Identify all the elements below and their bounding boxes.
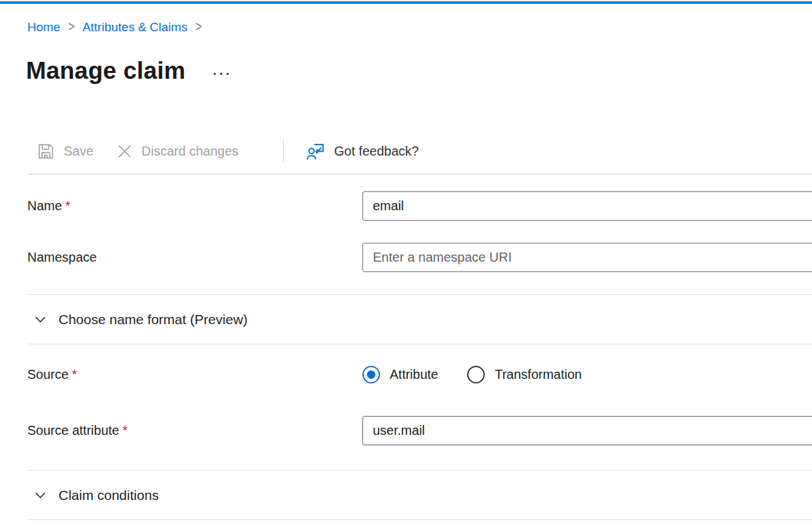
required-asterisk: * bbox=[65, 199, 70, 213]
save-button[interactable]: Save bbox=[36, 142, 94, 161]
person-feedback-icon bbox=[306, 141, 326, 161]
radio-option-transformation[interactable]: Transformation bbox=[467, 366, 582, 383]
page-title: Manage claim bbox=[26, 57, 185, 85]
breadcrumb: Home > Attributes & Claims > bbox=[27, 18, 812, 36]
name-field-col bbox=[362, 191, 812, 221]
namespace-label: Namespace bbox=[27, 250, 362, 265]
namespace-input[interactable] bbox=[362, 243, 812, 272]
radio-selected-icon bbox=[362, 366, 380, 383]
radio-dot bbox=[367, 370, 375, 379]
dismiss-icon bbox=[116, 143, 133, 160]
claim-conditions-section-header[interactable]: Claim conditions bbox=[27, 471, 812, 519]
radio-option-attribute[interactable]: Attribute bbox=[362, 366, 438, 383]
save-label: Save bbox=[64, 144, 94, 159]
required-asterisk: * bbox=[122, 423, 128, 437]
discard-changes-button[interactable]: Discard changes bbox=[116, 143, 239, 160]
got-feedback-button[interactable]: Got feedback? bbox=[306, 141, 419, 161]
source-radio-group: Attribute Transformation bbox=[362, 366, 812, 383]
source-field-col: Attribute Transformation bbox=[362, 366, 812, 383]
title-row: Manage claim ··· bbox=[26, 55, 812, 87]
source-attribute-field-col bbox=[362, 416, 812, 445]
got-feedback-label: Got feedback? bbox=[334, 144, 419, 159]
discard-changes-label: Discard changes bbox=[142, 144, 239, 159]
choose-name-format-section-header[interactable]: Choose name format (Preview) bbox=[27, 295, 812, 344]
chevron-down-icon bbox=[33, 312, 47, 327]
name-field-row: Name* bbox=[27, 191, 812, 221]
section-divider bbox=[27, 519, 812, 520]
section-divider bbox=[27, 344, 812, 344]
name-label-text: Name bbox=[27, 199, 62, 213]
chevron-down-icon bbox=[33, 488, 47, 503]
toolbar-separator bbox=[283, 140, 284, 162]
name-input[interactable] bbox=[362, 191, 812, 221]
breadcrumb-link-attributes-claims[interactable]: Attributes & Claims bbox=[83, 18, 188, 36]
required-asterisk: * bbox=[72, 367, 77, 381]
claim-conditions-label: Claim conditions bbox=[59, 488, 159, 503]
manage-claim-page: Home > Attributes & Claims > Manage clai… bbox=[0, 18, 812, 520]
source-label: Source* bbox=[27, 367, 362, 382]
radio-transformation-label: Transformation bbox=[494, 367, 582, 382]
name-label: Name* bbox=[27, 199, 362, 214]
source-attribute-label-text: Source attribute bbox=[27, 423, 119, 437]
source-attribute-label: Source attribute* bbox=[27, 423, 362, 438]
save-icon bbox=[36, 142, 55, 161]
namespace-label-text: Namespace bbox=[27, 250, 97, 264]
breadcrumb-separator-icon: > bbox=[68, 16, 75, 39]
top-accent-bar bbox=[0, 1, 812, 4]
toolbar-divider bbox=[27, 174, 812, 174]
namespace-field-row: Namespace bbox=[27, 242, 812, 272]
radio-attribute-label: Attribute bbox=[390, 367, 438, 382]
breadcrumb-separator-icon: > bbox=[195, 16, 202, 39]
command-toolbar: Save Discard changes Got feedback? bbox=[36, 135, 812, 167]
source-attribute-input[interactable] bbox=[362, 416, 812, 445]
more-actions-button[interactable]: ··· bbox=[213, 66, 232, 80]
breadcrumb-link-home[interactable]: Home bbox=[27, 18, 61, 36]
source-field-row: Source* Attribute Transformation bbox=[27, 360, 812, 389]
source-attribute-field-row: Source attribute* bbox=[27, 415, 812, 445]
source-label-text: Source bbox=[27, 367, 68, 381]
choose-name-format-label: Choose name format (Preview) bbox=[59, 312, 248, 327]
radio-unselected-icon bbox=[467, 366, 485, 383]
namespace-field-col bbox=[362, 243, 812, 272]
